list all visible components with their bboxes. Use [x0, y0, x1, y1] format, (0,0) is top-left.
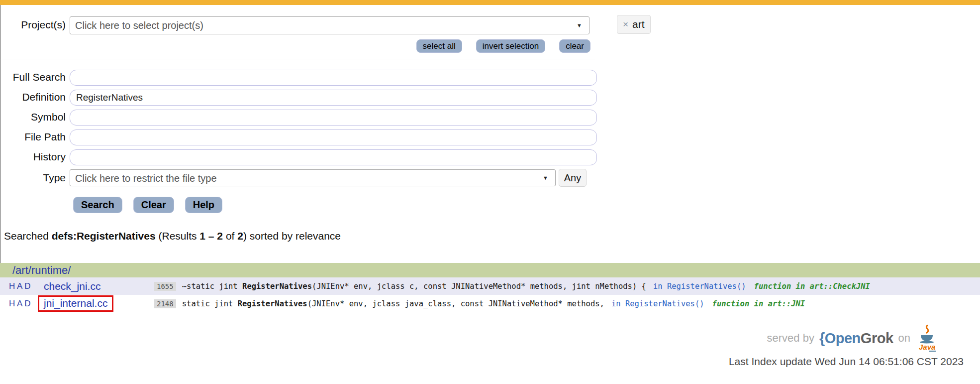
on-text: on: [898, 332, 910, 345]
file-link-jni-internal[interactable]: jni_internal.cc: [44, 297, 107, 309]
definition-label: Definition: [0, 91, 66, 103]
summary-range: 1 – 2: [199, 230, 223, 242]
results-summary: Searched defs:RegisterNatives (Results 1…: [4, 230, 341, 242]
summary-total: 2: [237, 230, 243, 242]
served-by-footer: served by {OpenGrok on Java: [767, 324, 938, 353]
in-definition-link[interactable]: in RegisterNatives(): [653, 282, 746, 291]
code-snippet: ⋯static jint RegisterNatives(JNIEnv* env…: [182, 282, 646, 291]
symbol-label: Symbol: [0, 111, 66, 123]
definition-input[interactable]: [70, 90, 597, 106]
project-select[interactable]: Click here to select project(s) ▼: [70, 16, 589, 34]
svg-text:Java: Java: [919, 343, 935, 351]
summary-mid: (Results: [156, 230, 200, 242]
history-input[interactable]: [70, 149, 597, 165]
scope-annotation: function in art::CheckJNI: [754, 282, 870, 291]
type-label: Type: [0, 172, 66, 184]
opengrok-search-page: Project(s) Click here to select project(…: [0, 0, 980, 384]
code-prefix: static jint: [182, 299, 238, 308]
symbol-input[interactable]: [70, 110, 597, 126]
history-label: History: [0, 151, 66, 163]
result-row: H A D jni_internal.cc 2148 static jint R…: [0, 295, 980, 312]
help-button[interactable]: Help: [185, 197, 222, 213]
result-row: H A D check_jni.cc 1655 ⋯static jint Reg…: [0, 277, 980, 295]
invert-selection-button[interactable]: invert selection: [476, 39, 545, 53]
in-definition-link[interactable]: in RegisterNatives(): [611, 299, 704, 308]
line-number-badge[interactable]: 1655: [154, 282, 176, 291]
history-annotate-download-links[interactable]: H A D: [0, 281, 44, 291]
search-button[interactable]: Search: [73, 197, 122, 213]
chevron-down-icon: ▼: [577, 22, 582, 28]
scope-annotation: function in art::JNI: [712, 299, 805, 308]
file-type-select[interactable]: Click here to restrict the file type ▼: [70, 169, 556, 186]
form-divider: [0, 59, 595, 59]
last-index-update: Last Index update Wed Jun 14 06:51:06 CS…: [729, 356, 964, 368]
summary-query: defs:RegisterNatives: [52, 230, 156, 242]
java-logo-icon: Java: [915, 324, 938, 353]
summary-of: of: [223, 230, 237, 242]
project-select-placeholder: Click here to select project(s): [75, 20, 203, 31]
code-snippet: static jint RegisterNatives(JNIEnv* env,…: [182, 299, 604, 308]
click-highlight-box: jni_internal.cc: [38, 295, 113, 312]
results-table: /art/runtime/ H A D check_jni.cc 1655 ⋯s…: [0, 263, 980, 312]
project-buttons-row: select all invert selection clear: [0, 39, 590, 53]
file-path-input[interactable]: [70, 129, 597, 145]
selected-project-name: art: [632, 18, 645, 30]
any-type-button[interactable]: Any: [559, 169, 587, 187]
chevron-down-icon: ▼: [543, 175, 548, 181]
full-search-input[interactable]: [70, 70, 597, 86]
code-match: RegisterNatives: [242, 282, 312, 291]
code-rest: (JNIEnv* env, jclass java_class, const J…: [307, 299, 604, 308]
served-by-text: served by: [767, 332, 814, 345]
opengrok-logo[interactable]: {OpenGrok: [819, 330, 893, 347]
summary-prefix: Searched: [4, 230, 52, 242]
form-buttons-row: Search Clear Help: [73, 197, 222, 213]
clear-button[interactable]: Clear: [133, 197, 174, 213]
full-search-label: Full Search: [0, 71, 66, 83]
summary-suffix: ) sorted by relevance: [243, 230, 341, 242]
file-path-label: File Path: [0, 131, 66, 143]
projects-label: Project(s): [0, 19, 66, 31]
directory-header-row: /art/runtime/: [0, 263, 980, 277]
selected-project-chip[interactable]: × art: [617, 15, 651, 34]
top-accent-bar: [0, 0, 980, 5]
remove-project-icon[interactable]: ×: [623, 19, 628, 30]
select-all-button[interactable]: select all: [416, 39, 462, 53]
history-annotate-download-links[interactable]: H A D: [0, 299, 44, 309]
clear-projects-button[interactable]: clear: [559, 39, 590, 53]
code-match: RegisterNatives: [238, 299, 307, 308]
code-rest: (JNIEnv* env, jclass c, const JNINativeM…: [312, 282, 646, 291]
file-type-placeholder: Click here to restrict the file type: [75, 173, 217, 184]
code-prefix: ⋯static jint: [182, 282, 242, 291]
file-link-check-jni[interactable]: check_jni.cc: [44, 280, 100, 292]
line-number-badge[interactable]: 2148: [154, 299, 176, 308]
directory-link[interactable]: /art/runtime/: [12, 264, 71, 277]
